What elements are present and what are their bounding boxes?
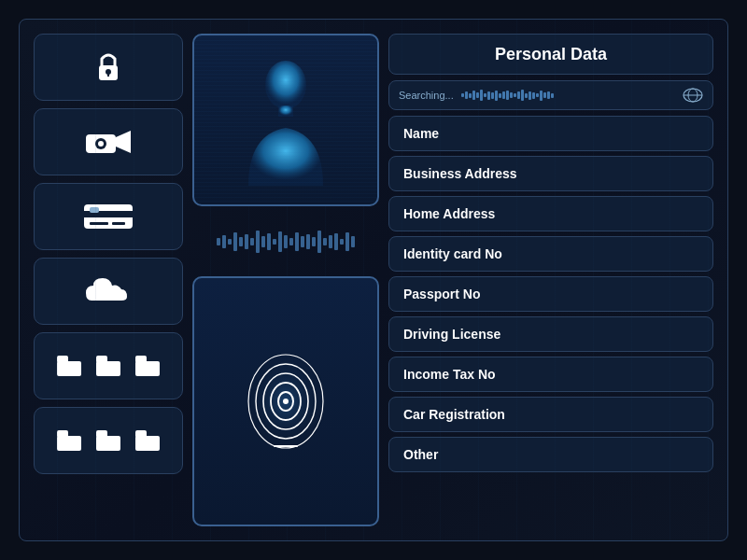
svg-point-6 <box>98 141 104 147</box>
lock-icon <box>92 47 125 88</box>
folder-icon-6 <box>135 430 160 451</box>
globe-icon <box>683 88 703 103</box>
data-item-label-name: Name <box>403 126 439 141</box>
svg-rect-10 <box>112 222 125 225</box>
search-wave <box>461 90 675 101</box>
cloud-icon-row[interactable] <box>34 258 183 325</box>
svg-rect-9 <box>90 222 108 225</box>
data-item-other[interactable]: Other <box>388 437 713 472</box>
camera-icon <box>84 125 133 159</box>
left-panel <box>34 34 183 526</box>
avatar-silhouette <box>239 55 332 186</box>
data-item-label-other: Other <box>403 447 438 462</box>
data-items-container: NameBusiness AddressHome AddressIdentity… <box>388 116 713 472</box>
svg-rect-23 <box>135 430 147 438</box>
svg-rect-19 <box>57 430 68 438</box>
folder-icon-4 <box>57 430 81 451</box>
svg-rect-14 <box>96 361 120 376</box>
avatar-box <box>192 34 379 206</box>
folder-icon-1 <box>57 356 81 376</box>
svg-rect-22 <box>135 436 160 451</box>
cloud-icon <box>82 273 134 310</box>
svg-rect-12 <box>57 361 81 376</box>
folders-row2[interactable] <box>34 407 183 474</box>
data-item-identity-card[interactable]: Identity card No <box>388 236 713 272</box>
svg-rect-25 <box>278 105 293 117</box>
data-item-label-identity-card: Identity card No <box>403 246 502 261</box>
data-item-passport[interactable]: Passport No <box>388 276 713 312</box>
svg-rect-15 <box>96 356 107 363</box>
lock-icon-row[interactable] <box>34 34 183 101</box>
svg-rect-11 <box>90 207 99 213</box>
folder-icon-5 <box>96 430 120 451</box>
fingerprint-icon <box>239 345 332 457</box>
svg-rect-16 <box>135 361 160 376</box>
data-item-business-address[interactable]: Business Address <box>388 156 713 191</box>
data-item-home-address[interactable]: Home Address <box>388 196 713 231</box>
folder-icon-3 <box>135 356 160 376</box>
fingerprint-box <box>192 276 379 526</box>
right-panel: Personal Data Searching... NameBusiness … <box>388 34 713 526</box>
svg-marker-4 <box>116 131 131 153</box>
data-item-car-registration[interactable]: Car Registration <box>388 397 713 432</box>
personal-data-label: Personal Data <box>495 45 607 64</box>
search-bar[interactable]: Searching... <box>388 80 713 110</box>
data-item-label-home-address: Home Address <box>403 206 495 221</box>
svg-rect-18 <box>57 436 81 451</box>
main-container: Personal Data Searching... NameBusiness … <box>19 19 728 541</box>
card-icon <box>82 200 134 233</box>
svg-point-33 <box>283 399 289 404</box>
camera-icon-row[interactable] <box>34 108 183 175</box>
search-label: Searching... <box>399 90 454 101</box>
svg-point-24 <box>265 61 306 109</box>
scan-wave <box>192 216 379 267</box>
svg-rect-2 <box>107 73 109 77</box>
card-icon-row[interactable] <box>34 183 183 250</box>
data-item-driving-license[interactable]: Driving License <box>388 316 713 352</box>
data-item-income-tax[interactable]: Income Tax No <box>388 357 713 392</box>
middle-panel <box>192 34 379 526</box>
data-item-label-passport: Passport No <box>403 287 480 301</box>
svg-rect-13 <box>57 356 68 363</box>
data-item-label-driving-license: Driving License <box>403 327 500 342</box>
svg-rect-17 <box>135 356 147 363</box>
data-item-name[interactable]: Name <box>388 116 713 151</box>
data-item-label-car-registration: Car Registration <box>403 407 505 422</box>
folders-row1[interactable] <box>34 332 183 399</box>
folder-icon-2 <box>96 356 120 376</box>
data-item-label-income-tax: Income Tax No <box>403 367 496 382</box>
personal-data-title-box: Personal Data <box>388 34 713 75</box>
svg-rect-21 <box>96 430 107 438</box>
data-item-label-business-address: Business Address <box>403 166 517 181</box>
svg-rect-20 <box>96 436 120 451</box>
